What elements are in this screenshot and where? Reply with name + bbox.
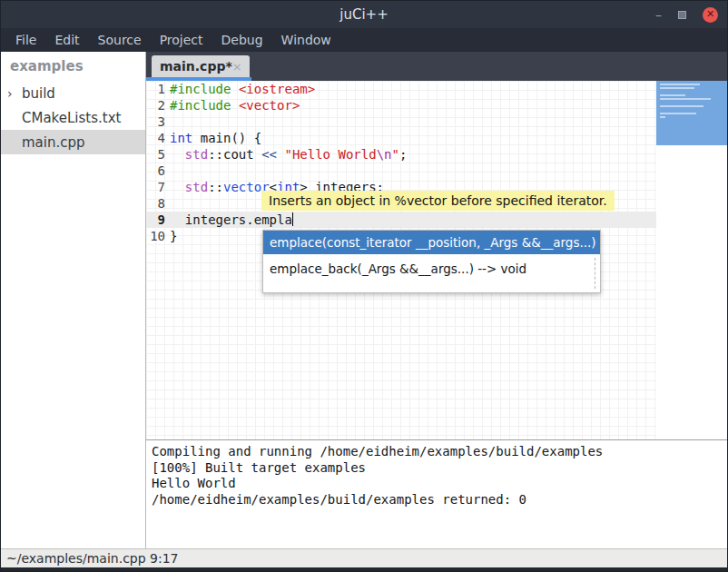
app-window: juCi++ – ✕ FileEditSourceProjectDebugWin… (0, 0, 728, 572)
file-tree: ›buildCMakeLists.txtmain.cpp (1, 81, 145, 154)
code-line[interactable]: 5 std::cout << "Hello World\n"; (146, 146, 656, 163)
minimap-line-mark (660, 87, 694, 89)
menu-item-window[interactable]: Window (272, 28, 340, 52)
code-line[interactable]: 1#include <iostream> (146, 81, 656, 97)
line-number: 5 (146, 146, 170, 163)
minimap-line-mark (660, 98, 711, 100)
menu-item-source[interactable]: Source (89, 28, 151, 52)
autocomplete-popup: emplace(const_iterator __position, _Args… (262, 230, 601, 293)
minimap-line-mark (660, 113, 696, 114)
sidebar-item-build[interactable]: ›build (1, 81, 145, 105)
code-token: #include (170, 98, 231, 113)
file-label: CMakeLists.txt (22, 110, 121, 126)
doc-tooltip: Inserts an object in %vector before spec… (261, 191, 615, 211)
output-line: Compiling and running /home/eidheim/exam… (152, 444, 727, 460)
minimap-line-mark (660, 116, 665, 118)
minimap-visible-region[interactable] (656, 81, 727, 145)
autocomplete-item[interactable]: emplace(const_iterator __position, _Args… (263, 231, 600, 254)
output-line: /home/eidheim/examples/build/examples re… (152, 492, 727, 508)
code-token: int (170, 131, 192, 145)
code-token: :: (208, 180, 223, 194)
code-token (170, 147, 185, 162)
file-label: main.cpp (22, 134, 85, 151)
autocomplete-list: emplace(const_iterator __position, _Args… (263, 231, 600, 281)
line-number: 3 (146, 113, 170, 130)
line-number: 2 (146, 97, 170, 113)
tab-strip: main.cpp* × (146, 52, 727, 81)
code-token (170, 180, 185, 194)
line-number: 9 (146, 212, 170, 228)
code-token (231, 82, 238, 96)
sidebar-item-cmakelists-txt[interactable]: CMakeLists.txt (1, 105, 145, 130)
code-token: ; (399, 147, 407, 162)
code-token: <iostream> (239, 82, 315, 96)
menu-item-debug[interactable]: Debug (212, 28, 272, 52)
project-name: examples (1, 52, 145, 74)
autocomplete-scrollbar[interactable] (595, 258, 595, 289)
code-token: std (185, 147, 208, 162)
code-token: #include (170, 82, 231, 96)
tab-main-cpp[interactable]: main.cpp* × (152, 55, 250, 77)
line-content: } (170, 228, 177, 244)
menu-item-edit[interactable]: Edit (45, 28, 88, 52)
maximize-glyph (678, 11, 686, 19)
code-token (231, 98, 238, 113)
line-content: #include <iostream> (170, 81, 315, 97)
line-content: std::cout << "Hello World\n"; (170, 146, 407, 163)
code-lines: 1#include <iostream>2#include <vector>34… (146, 81, 727, 244)
line-number: 7 (146, 179, 170, 195)
code-line[interactable]: 6 (146, 163, 656, 179)
code-token: cout (223, 147, 254, 162)
title-bar: juCi++ – ✕ (1, 1, 727, 28)
minimap-line-mark (660, 84, 700, 85)
build-output-panel: Compiling and running /home/eidheim/exam… (146, 439, 727, 548)
code-token: main() { (192, 131, 261, 145)
line-content: integers.empla (170, 212, 293, 228)
code-token: "Hello World (284, 147, 376, 162)
code-token: } (170, 229, 177, 243)
line-number: 1 (146, 81, 170, 97)
minimap-line-mark (660, 105, 703, 107)
code-token: <vector> (239, 98, 300, 113)
file-tree-sidebar: examples ›buildCMakeLists.txtmain.cpp (1, 52, 146, 548)
code-token: integers.empla (170, 212, 292, 227)
code-line[interactable]: 3 (146, 113, 656, 130)
code-token: :: (208, 147, 223, 162)
window-title: juCi++ (1, 6, 727, 23)
window-bottom-border (1, 567, 727, 571)
code-token (254, 147, 261, 162)
line-content: #include <vector> (170, 97, 300, 113)
line-number: 4 (146, 130, 170, 146)
tab-label: main.cpp* (160, 59, 232, 74)
line-number: 6 (146, 163, 170, 179)
maximize-icon[interactable] (678, 11, 686, 19)
code-token: std (185, 180, 208, 194)
code-line[interactable]: 9 integers.empla (146, 212, 656, 228)
status-bar: ~/examples/main.cpp 9:17 (1, 548, 727, 567)
line-content: int main() { (170, 130, 261, 146)
text-cursor (292, 212, 293, 226)
close-icon[interactable]: ✕ (703, 7, 718, 23)
line-number: 10 (146, 228, 170, 244)
autocomplete-item[interactable]: emplace_back(_Args &&__args...) --> void (263, 257, 600, 281)
tab-close-icon[interactable]: × (232, 60, 242, 74)
output-line: [100%] Built target examples (152, 460, 727, 477)
minimap[interactable] (656, 81, 727, 439)
code-token: \n (377, 147, 392, 162)
output-line: Hello World (152, 476, 727, 492)
window-controls: – ✕ (655, 1, 718, 28)
minimize-icon[interactable]: – (655, 8, 662, 21)
menu-item-project[interactable]: Project (151, 28, 212, 52)
minimap-line-mark (660, 94, 685, 96)
chevron-right-icon: › (7, 86, 22, 101)
menu-bar: FileEditSourceProjectDebugWindow (1, 28, 727, 52)
code-line[interactable]: 2#include <vector> (146, 97, 656, 113)
menu-item-file[interactable]: File (6, 28, 45, 52)
code-token: " (391, 147, 398, 162)
sidebar-item-main-cpp[interactable]: main.cpp (1, 130, 145, 154)
code-line[interactable]: 4int main() { (146, 130, 656, 146)
line-number: 8 (146, 195, 170, 212)
code-token: << (261, 147, 277, 162)
file-label: build (22, 85, 55, 102)
